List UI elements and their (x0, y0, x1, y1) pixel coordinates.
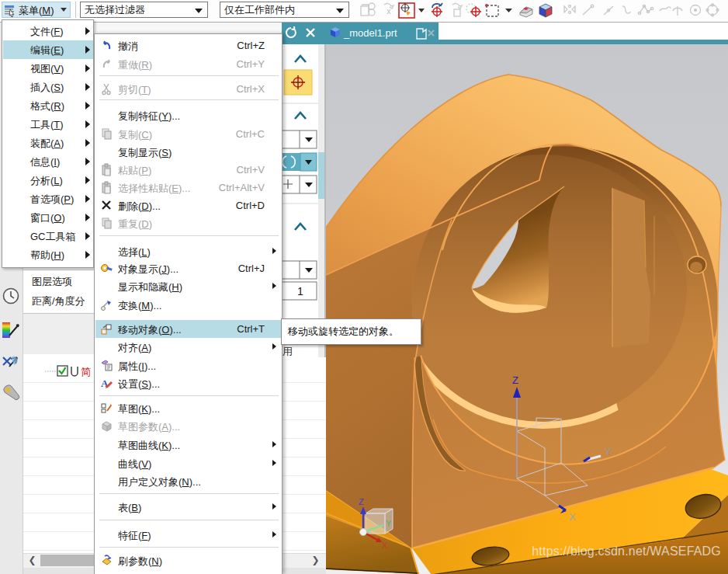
svg-text:Y: Y (605, 446, 612, 457)
svg-text:简: 简 (81, 366, 91, 377)
svg-text:X: X (382, 541, 388, 550)
svg-text:Y: Y (386, 519, 392, 528)
svg-text:用: 用 (283, 346, 293, 357)
svg-text:Z: Z (512, 374, 518, 386)
svg-text:1: 1 (297, 285, 303, 297)
svg-text:X: X (569, 511, 576, 523)
svg-text:Z: Z (359, 497, 364, 506)
